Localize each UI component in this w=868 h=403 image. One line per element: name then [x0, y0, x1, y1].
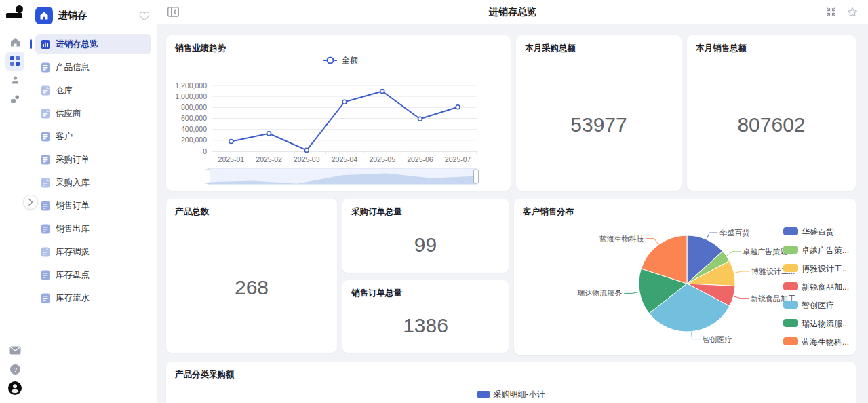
card-sales-orders: 销售订单总量 1386	[342, 280, 509, 353]
plugin-icon[interactable]	[5, 90, 24, 109]
help-icon[interactable]: ?	[5, 360, 24, 379]
card-purchase-orders: 采购订单总量 99	[342, 199, 509, 273]
sidebar-item-label: 库存盘点	[56, 269, 90, 281]
svg-text:卓越广告策...: 卓越广告策...	[802, 246, 849, 255]
sidebar: 进销存 进销存总览 产品信息 仓库	[30, 0, 157, 403]
sidebar-item-label: 库存流水	[56, 292, 90, 304]
bar-chart-legend[interactable]: 采购明细-小计	[175, 389, 847, 400]
stat-wrap: 99	[342, 216, 509, 273]
svg-text:2025-07: 2025-07	[445, 155, 471, 164]
stat-wrap: 53977	[516, 58, 682, 191]
document-icon	[41, 62, 50, 73]
card-sales-month: 本月销售总额 807602	[687, 35, 856, 191]
main-area: 进销存总览 销售业绩趋势 金额0200,000	[157, 0, 868, 403]
svg-text:2025-04: 2025-04	[332, 155, 358, 164]
bar-chart-icon	[41, 39, 50, 50]
svg-text:博雅设计工...: 博雅设计工...	[802, 264, 849, 273]
sidebar-item-overview[interactable]: 进销存总览	[35, 34, 151, 54]
sales-trend-line-chart[interactable]: 金额0200,000400,000600,000800,0001,000,000…	[166, 35, 511, 191]
sidebar-item-label: 仓库	[56, 85, 73, 96]
topbar: 进销存总览	[157, 0, 868, 24]
user-avatar[interactable]	[5, 379, 24, 398]
svg-text:600,000: 600,000	[181, 114, 207, 122]
sidebar-item-customers[interactable]: 客户	[35, 126, 151, 147]
sidebar-item-purchase-orders[interactable]: 采购订单	[35, 149, 151, 170]
svg-text:2025-05: 2025-05	[369, 155, 395, 164]
sidebar-header: 进销存	[30, 4, 157, 27]
svg-text:1,000,000: 1,000,000	[175, 92, 207, 100]
svg-text:蓝海生物科...: 蓝海生物科...	[802, 337, 849, 347]
svg-text:2025-01: 2025-01	[218, 155, 245, 164]
app-root: ? 进销存	[0, 0, 868, 403]
document-icon	[41, 109, 50, 119]
svg-text:瑞达物流服...: 瑞达物流服...	[802, 319, 849, 328]
dashboard-content: 销售业绩趋势 金额0200,000400,000600,000800,0001,…	[157, 24, 868, 403]
card-title: 产品分类采购额	[175, 369, 847, 381]
sidebar-item-suppliers[interactable]: 供应商	[35, 103, 151, 123]
stat-value: 268	[235, 276, 269, 299]
sidebar-item-label: 销售出库	[56, 223, 90, 235]
svg-text:2025-03: 2025-03	[294, 155, 320, 164]
sidebar-item-products[interactable]: 产品信息	[35, 57, 151, 77]
card-product-total: 产品总数 268	[166, 199, 337, 353]
app-logo-icon[interactable]	[35, 7, 53, 24]
svg-text:200,000: 200,000	[181, 136, 207, 144]
sidebar-item-label: 进销存总览	[56, 39, 98, 50]
topbar-actions	[823, 5, 860, 20]
apps-grid-icon[interactable]	[5, 52, 24, 71]
collapse-sidebar-icon[interactable]	[165, 5, 180, 20]
svg-text:金额: 金额	[341, 56, 358, 65]
svg-text:2025-02: 2025-02	[256, 155, 282, 164]
svg-text:智创医疗: 智创医疗	[702, 335, 732, 343]
sidebar-item-sales-outbound[interactable]: 销售出库	[35, 218, 151, 239]
logo-dot	[16, 5, 23, 13]
svg-text:400,000: 400,000	[181, 125, 207, 133]
legend-label: 采购明细-小计	[494, 389, 545, 400]
document-icon	[41, 247, 50, 257]
document-icon	[41, 155, 50, 165]
svg-text:1,200,000: 1,200,000	[175, 81, 207, 90]
stat-value: 53977	[570, 113, 627, 136]
sidebar-item-purchase-inbound[interactable]: 采购入库	[35, 172, 151, 193]
team-icon[interactable]	[5, 71, 24, 90]
favorite-star-icon[interactable]	[845, 5, 860, 20]
app-title: 进销存	[58, 9, 139, 22]
stat-wrap: 1386	[342, 298, 509, 353]
favorite-heart-icon[interactable]	[139, 11, 150, 21]
chevron-right-icon	[28, 199, 33, 206]
svg-text:蓝海生物科技: 蓝海生物科技	[599, 235, 644, 243]
sidebar-item-stock-transfer[interactable]: 库存调拨	[35, 242, 151, 262]
svg-text:卓越广告策划: 卓越广告策划	[743, 248, 787, 256]
exit-fullscreen-icon[interactable]	[823, 5, 838, 20]
document-icon	[41, 201, 50, 211]
sidebar-item-stock-flow[interactable]: 库存流水	[35, 288, 151, 308]
svg-text:智创医疗: 智创医疗	[802, 301, 834, 310]
home-icon[interactable]	[5, 33, 24, 52]
mail-icon[interactable]	[5, 341, 24, 360]
svg-text:华盛百货: 华盛百货	[719, 229, 749, 237]
svg-text:0: 0	[203, 147, 207, 155]
stat-value: 99	[414, 233, 437, 256]
sidebar-item-label: 采购入库	[56, 177, 90, 189]
card-customer-pie: 客户销售分布 华盛百货卓越广告策划博雅设计工...新锐食品加工智创医疗瑞达物流服…	[514, 199, 856, 355]
svg-text:?: ?	[13, 366, 16, 373]
stat-value: 1386	[403, 314, 448, 337]
customer-sales-pie-chart[interactable]: 华盛百货卓越广告策划博雅设计工...新锐食品加工智创医疗瑞达物流服务蓝海生物科技…	[514, 199, 856, 355]
sidebar-item-warehouse[interactable]: 仓库	[35, 80, 151, 100]
sidebar-item-label: 销售订单	[56, 200, 90, 212]
document-icon	[41, 293, 50, 303]
sidebar-item-sales-orders[interactable]: 销售订单	[35, 195, 151, 216]
document-icon	[41, 224, 50, 234]
stat-value: 807602	[737, 113, 805, 136]
legend-swatch	[477, 391, 490, 398]
document-icon	[41, 132, 50, 142]
document-icon	[41, 85, 50, 96]
svg-text:华盛百货: 华盛百货	[802, 227, 834, 237]
stat-wrap: 268	[166, 222, 337, 353]
card-title: 产品总数	[175, 206, 328, 218]
sidebar-expand-handle[interactable]	[23, 195, 38, 210]
logo-bar	[6, 13, 22, 18]
workspace-logo-icon[interactable]	[6, 5, 24, 20]
sidebar-item-stock-count[interactable]: 库存盘点	[35, 265, 151, 285]
document-icon	[41, 178, 50, 188]
